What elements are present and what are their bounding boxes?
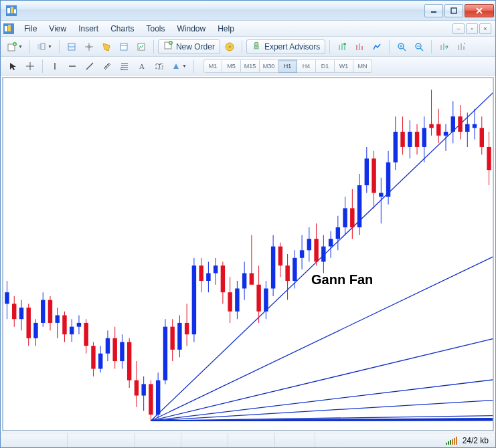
svg-rect-206 bbox=[451, 116, 455, 132]
templates-button[interactable] bbox=[369, 39, 385, 54]
timeframe-m30[interactable]: M30 bbox=[260, 60, 278, 73]
svg-rect-3 bbox=[14, 9, 16, 13]
horizontal-line-button[interactable] bbox=[64, 59, 80, 74]
svg-rect-82 bbox=[5, 292, 9, 304]
status-cell-6 bbox=[275, 433, 315, 447]
svg-rect-122 bbox=[149, 384, 153, 415]
profiles-button[interactable]: ▼ bbox=[34, 39, 55, 54]
svg-rect-186 bbox=[379, 193, 383, 197]
fibonacci-button[interactable]: F bbox=[116, 59, 133, 74]
separator bbox=[431, 40, 432, 53]
timeframe-h4[interactable]: H4 bbox=[297, 60, 316, 73]
svg-rect-16 bbox=[41, 43, 45, 49]
minimize-button[interactable] bbox=[424, 4, 443, 17]
svg-point-31 bbox=[254, 42, 258, 46]
svg-rect-160 bbox=[285, 265, 289, 281]
svg-rect-188 bbox=[386, 162, 390, 197]
menu-charts[interactable]: Charts bbox=[104, 22, 140, 35]
svg-rect-134 bbox=[192, 265, 196, 334]
shapes-button[interactable]: ▼ bbox=[169, 59, 189, 74]
indicators-button[interactable] bbox=[334, 39, 350, 54]
chart-shift-button[interactable] bbox=[453, 39, 469, 54]
svg-line-56 bbox=[86, 63, 93, 70]
status-cell-3 bbox=[135, 433, 181, 447]
svg-line-57 bbox=[104, 63, 109, 68]
svg-rect-210 bbox=[465, 124, 469, 132]
expert-advisors-button[interactable]: Expert Advisors bbox=[246, 39, 325, 54]
svg-rect-204 bbox=[444, 132, 448, 136]
zoom-in-button[interactable] bbox=[394, 39, 410, 54]
timeframe-h1[interactable]: H1 bbox=[278, 60, 297, 73]
status-right: 24/2 kb bbox=[446, 436, 495, 445]
mdi-minimize-button[interactable]: – bbox=[452, 23, 465, 34]
close-button[interactable] bbox=[465, 4, 494, 17]
new-order-label: New Order bbox=[176, 42, 215, 51]
svg-rect-176 bbox=[343, 208, 347, 227]
timeframe-m1[interactable]: M1 bbox=[203, 60, 222, 73]
vertical-line-button[interactable] bbox=[47, 59, 63, 74]
menu-file[interactable]: File bbox=[18, 22, 43, 35]
svg-rect-144 bbox=[228, 292, 232, 312]
menu-view[interactable]: View bbox=[43, 22, 72, 35]
maximize-button[interactable] bbox=[444, 4, 463, 17]
svg-line-71 bbox=[151, 376, 493, 421]
svg-rect-192 bbox=[400, 132, 404, 147]
status-cell-4 bbox=[181, 433, 228, 447]
svg-rect-178 bbox=[350, 208, 354, 227]
trendline-button[interactable] bbox=[82, 59, 98, 74]
svg-rect-166 bbox=[307, 239, 311, 250]
navigator-button[interactable] bbox=[81, 39, 97, 54]
mdi-close-button[interactable]: × bbox=[479, 23, 491, 34]
market-watch-button[interactable] bbox=[64, 39, 80, 54]
strategy-tester-button[interactable] bbox=[133, 39, 149, 54]
new-order-button[interactable]: New Order bbox=[158, 39, 220, 54]
new-chart-button[interactable]: ▼ bbox=[5, 39, 25, 54]
svg-text:F: F bbox=[120, 67, 123, 71]
svg-text:A: A bbox=[139, 62, 145, 70]
svg-rect-150 bbox=[250, 273, 254, 285]
svg-rect-92 bbox=[41, 300, 45, 323]
menu-insert[interactable]: Insert bbox=[72, 22, 104, 35]
svg-line-70 bbox=[151, 331, 493, 421]
timeframe-group: M1 M5 M15 M30 H1 H4 D1 W1 MN bbox=[203, 60, 372, 73]
timeframe-w1[interactable]: W1 bbox=[335, 60, 353, 73]
cursor-button[interactable] bbox=[5, 59, 21, 74]
autoscroll-button[interactable] bbox=[436, 39, 452, 54]
mdi-restore-button[interactable]: ▫ bbox=[466, 23, 478, 34]
timeframe-d1[interactable]: D1 bbox=[316, 60, 335, 73]
text-label-button[interactable]: T bbox=[151, 59, 167, 74]
svg-line-58 bbox=[105, 64, 110, 70]
svg-rect-106 bbox=[91, 346, 95, 368]
terminal-button[interactable] bbox=[116, 39, 132, 54]
metaquotes-button[interactable]: ✦ bbox=[222, 39, 238, 54]
svg-rect-152 bbox=[256, 285, 260, 312]
titlebar bbox=[1, 1, 495, 21]
periodicity-button[interactable] bbox=[351, 39, 367, 54]
svg-rect-126 bbox=[163, 327, 167, 380]
separator bbox=[389, 40, 390, 53]
data-window-button[interactable] bbox=[98, 39, 114, 54]
svg-rect-104 bbox=[84, 323, 88, 346]
text-button[interactable]: A bbox=[134, 59, 150, 74]
svg-rect-216 bbox=[487, 147, 491, 170]
menu-tools[interactable]: Tools bbox=[141, 22, 171, 35]
zoom-out-button[interactable] bbox=[411, 39, 427, 54]
svg-rect-198 bbox=[422, 128, 426, 147]
svg-line-41 bbox=[403, 48, 406, 51]
menu-window[interactable]: Window bbox=[171, 22, 212, 35]
timeframe-m15[interactable]: M15 bbox=[241, 60, 260, 73]
chart-area[interactable]: Gann Fan bbox=[2, 77, 494, 431]
new-order-icon bbox=[163, 41, 173, 52]
svg-rect-140 bbox=[214, 265, 218, 273]
status-cell-5 bbox=[228, 433, 275, 447]
connection-signal-icon bbox=[446, 437, 457, 445]
menu-help[interactable]: Help bbox=[212, 22, 240, 35]
svg-rect-180 bbox=[357, 185, 361, 227]
svg-rect-208 bbox=[458, 116, 462, 132]
svg-rect-84 bbox=[12, 304, 16, 319]
timeframe-m5[interactable]: M5 bbox=[222, 60, 241, 73]
crosshair-button[interactable] bbox=[22, 59, 38, 74]
timeframe-mn[interactable]: MN bbox=[353, 60, 372, 73]
channel-button[interactable] bbox=[99, 59, 115, 74]
svg-rect-170 bbox=[321, 247, 325, 262]
